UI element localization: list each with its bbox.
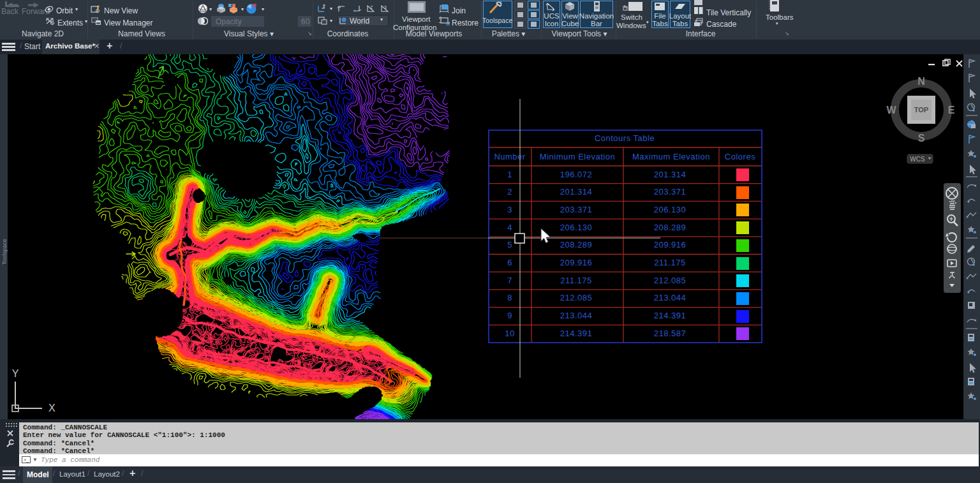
svg-text:TOP: TOP bbox=[914, 106, 928, 114]
svg-text:W: W bbox=[886, 105, 896, 115]
svg-text:WCS: WCS bbox=[910, 156, 925, 163]
svg-text:X: X bbox=[48, 403, 56, 413]
svg-text:x: x bbox=[323, 5, 325, 9]
svg-text:S: S bbox=[918, 133, 925, 144]
svg-text:Y: Y bbox=[12, 368, 19, 379]
svg-text:N: N bbox=[917, 76, 925, 87]
svg-text:Z: Z bbox=[370, 5, 373, 10]
svg-text:E: E bbox=[948, 105, 955, 115]
svg-text:3: 3 bbox=[384, 5, 387, 10]
